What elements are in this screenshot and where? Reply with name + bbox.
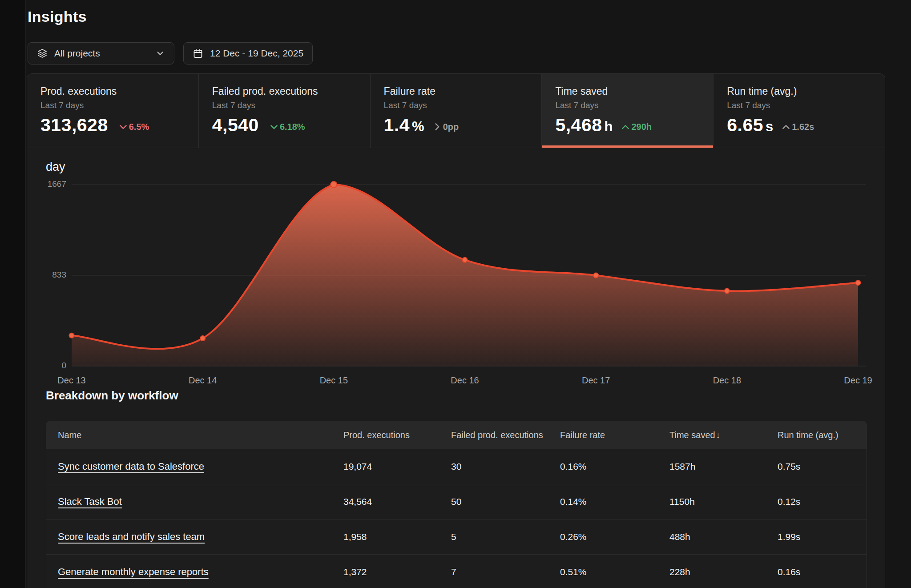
metric-card-row: Prod. executions Last 7 days 313,628 6.5… (27, 74, 885, 148)
metric-card-period: Last 7 days (555, 101, 713, 110)
trend-chevron-icon (118, 122, 128, 132)
workflow-table: NameProd. executionsFailed prod. executi… (46, 421, 867, 588)
table-row[interactable]: Slack Task Bot 34,564 50 0.14% 1150h 0.1… (46, 484, 867, 519)
project-filter-label: All projects (54, 48, 100, 59)
x-axis-label: Dec 17 (582, 375, 610, 386)
calendar-icon (193, 48, 203, 59)
cell-time-saved: 228h (658, 567, 766, 577)
column-header-failed-prod-executions[interactable]: Failed prod. executions (439, 430, 548, 440)
cell-prod-executions: 1,372 (332, 567, 439, 577)
cell-failure-rate: 0.16% (548, 461, 658, 472)
page-title: Insights (28, 8, 87, 25)
table-row[interactable]: Generate monthly expense reports 1,372 7… (46, 554, 867, 588)
metric-card-unit: % (412, 120, 424, 133)
y-axis-tick: 0 (36, 361, 66, 371)
table-row[interactable]: Score leads and notify sales team 1,958 … (46, 519, 867, 554)
x-axis-label: Dec 13 (57, 375, 85, 386)
metric-card-delta-text: 6.5% (129, 122, 149, 132)
metric-card-delta-text: 290h (631, 122, 652, 132)
cell-prod-executions: 34,564 (332, 496, 439, 507)
cell-failed-executions: 7 (439, 567, 548, 577)
column-header-run-time-avg[interactable]: Run time (avg.) (766, 430, 867, 440)
table-row[interactable]: Sync customer data to Salesforce 19,074 … (46, 449, 867, 484)
cell-run-time: 0.16s (766, 567, 867, 577)
table-header-row: NameProd. executionsFailed prod. executi… (46, 421, 867, 449)
workflow-name-link[interactable]: Score leads and notify sales team (58, 531, 205, 542)
cell-failure-rate: 0.26% (548, 532, 658, 542)
metric-card-delta: 290h (621, 122, 652, 132)
metric-card-value: 6.65 (727, 116, 763, 134)
column-header-prod-executions[interactable]: Prod. executions (332, 430, 439, 440)
area-chart-plot[interactable] (27, 148, 886, 388)
metric-card-delta: 6.18% (269, 122, 305, 132)
metric-card-label: Run time (avg.) (727, 85, 885, 97)
cell-failed-executions: 5 (439, 532, 548, 542)
metric-card-failed-prod-executions[interactable]: Failed prod. executions Last 7 days 4,54… (199, 74, 371, 148)
y-axis-tick: 1667 (36, 179, 66, 189)
metric-card-value: 5,468 (555, 116, 602, 134)
cell-failure-rate: 0.14% (548, 496, 658, 507)
cell-run-time: 0.12s (766, 496, 867, 507)
column-header-failure-rate[interactable]: Failure rate (548, 430, 658, 440)
breakdown-heading: Breakdown by workflow (46, 389, 178, 403)
cell-failed-executions: 50 (439, 496, 548, 507)
metric-card-unit: s (766, 120, 773, 133)
metric-card-period: Last 7 days (727, 101, 885, 110)
layers-icon (37, 48, 48, 59)
trend-chevron-icon (621, 122, 630, 132)
executions-chart: day 16678330 Dec 13Dec 14Dec 15Dec 16Dec… (27, 148, 886, 388)
cell-failure-rate: 0.51% (548, 567, 658, 577)
cell-time-saved: 1150h (658, 496, 766, 507)
cell-run-time: 0.75s (766, 461, 867, 472)
cell-run-time: 1.99s (766, 532, 867, 542)
date-range-label: 12 Dec - 19 Dec, 2025 (210, 48, 303, 59)
metric-card-unit: h (605, 120, 613, 133)
cell-failed-executions: 30 (439, 461, 548, 472)
metric-card-value: 313,628 (40, 116, 108, 134)
metric-card-value: 1.4 (384, 116, 410, 134)
date-range-select[interactable]: 12 Dec - 19 Dec, 2025 (183, 42, 313, 64)
table-body: Sync customer data to Salesforce 19,074 … (46, 449, 867, 588)
metric-card-label: Failed prod. executions (212, 85, 370, 97)
metric-card-delta: 0pp (432, 122, 459, 132)
sort-desc-icon: ↓ (716, 431, 721, 440)
metric-card-label: Prod. executions (40, 85, 198, 97)
metric-card-period: Last 7 days (40, 101, 198, 110)
workflow-name-link[interactable]: Sync customer data to Salesforce (58, 461, 204, 472)
workflow-name-link[interactable]: Slack Task Bot (58, 496, 122, 507)
x-axis-label: Dec 15 (320, 375, 348, 386)
metric-card-label: Failure rate (384, 85, 542, 97)
metric-card-delta: 6.5% (118, 122, 149, 132)
trend-chevron-icon (781, 122, 791, 132)
metric-card-delta-text: 6.18% (280, 122, 305, 132)
metric-card-delta-text: 0pp (443, 122, 459, 132)
metric-card-run-time-avg[interactable]: Run time (avg.) Last 7 days 6.65 s 1.62s (713, 74, 885, 148)
project-filter-select[interactable]: All projects (28, 42, 174, 64)
x-axis-label: Dec 19 (844, 375, 872, 386)
workflow-name-link[interactable]: Generate monthly expense reports (58, 566, 209, 577)
cell-time-saved: 1587h (658, 461, 766, 472)
trend-chevron-icon (269, 122, 279, 132)
x-axis-label: Dec 16 (451, 375, 479, 386)
metric-card-time-saved[interactable]: Time saved Last 7 days 5,468 h 290h (542, 74, 713, 148)
filter-bar: All projects 12 Dec - 19 Dec, 2025 (28, 42, 313, 64)
metric-card-delta-text: 1.62s (792, 122, 814, 132)
y-axis-tick: 833 (36, 270, 66, 280)
chevron-down-icon (155, 48, 165, 58)
metric-card-value: 4,540 (212, 116, 259, 134)
insights-panel: Prod. executions Last 7 days 313,628 6.5… (27, 73, 885, 588)
cell-prod-executions: 1,958 (332, 532, 439, 542)
x-axis-label: Dec 14 (189, 375, 217, 386)
cell-time-saved: 488h (658, 532, 766, 542)
column-header-name[interactable]: Name (46, 430, 332, 440)
metric-card-period: Last 7 days (212, 101, 370, 110)
sidebar-edge (0, 0, 26, 588)
metric-card-failure-rate[interactable]: Failure rate Last 7 days 1.4 % 0pp (371, 74, 542, 148)
metric-card-label: Time saved (555, 85, 713, 97)
insights-page: Insights All projects 12 Dec - 19 Dec, 2… (0, 0, 911, 588)
trend-chevron-icon (432, 122, 442, 132)
metric-card-prod-executions[interactable]: Prod. executions Last 7 days 313,628 6.5… (27, 74, 199, 148)
metric-card-delta: 1.62s (781, 122, 814, 132)
column-header-time-saved[interactable]: Time saved↓ (658, 430, 766, 440)
x-axis-label: Dec 18 (713, 375, 741, 386)
